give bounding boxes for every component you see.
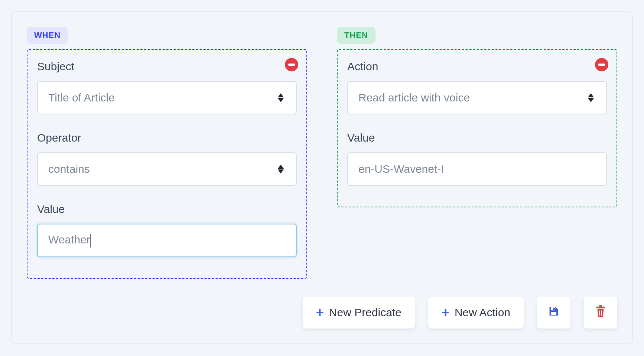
action-value-field: Value en-US-Wavenet-I [347, 132, 607, 186]
subject-select[interactable]: Title of Article [37, 81, 297, 114]
action-value-text: en-US-Wavenet-I [358, 163, 596, 175]
predicate-value-text: Weather [48, 233, 286, 247]
subject-field: Subject Title of Article [37, 60, 297, 114]
svg-marker-4 [278, 169, 284, 174]
action-bar: + New Predicate + New Action [27, 297, 617, 329]
when-box: Subject Title of Article Operator contai… [27, 49, 307, 279]
subject-label: Subject [37, 60, 297, 73]
svg-marker-1 [278, 93, 284, 97]
text-caret-icon [90, 234, 91, 247]
then-box: Action Read article with voice Value en-… [337, 49, 617, 207]
chevron-up-down-icon [276, 164, 286, 175]
save-button[interactable] [537, 297, 570, 329]
then-column: THEN Action Read article with voice [337, 27, 617, 207]
new-predicate-label: New Predicate [329, 306, 401, 319]
svg-rect-9 [553, 308, 555, 310]
operator-field: Operator contains [37, 132, 297, 186]
svg-marker-6 [588, 93, 594, 97]
svg-rect-10 [551, 312, 556, 315]
new-predicate-button[interactable]: + New Predicate [303, 297, 415, 329]
action-label: Action [347, 60, 607, 73]
svg-rect-12 [599, 305, 602, 307]
svg-marker-7 [588, 98, 594, 102]
svg-marker-2 [278, 98, 284, 102]
action-value-label: Value [347, 132, 607, 144]
then-tag: THEN [337, 27, 375, 44]
svg-rect-11 [596, 307, 605, 308]
new-action-button[interactable]: + New Action [428, 297, 524, 329]
when-tag: WHEN [27, 27, 68, 44]
value-field: Value Weather [37, 203, 297, 257]
operator-select-value: contains [48, 163, 276, 175]
predicate-value-input[interactable]: Weather [37, 224, 297, 257]
svg-rect-13 [599, 310, 600, 315]
save-icon [547, 305, 560, 320]
value-label: Value [37, 203, 297, 216]
svg-rect-5 [598, 64, 605, 66]
svg-rect-14 [601, 310, 602, 315]
operator-label: Operator [37, 132, 297, 144]
remove-predicate-button[interactable] [285, 58, 298, 71]
minus-icon [288, 64, 295, 66]
action-select-value: Read article with voice [358, 91, 586, 104]
action-value-input[interactable]: en-US-Wavenet-I [347, 152, 607, 186]
remove-action-button[interactable] [595, 58, 608, 71]
svg-rect-0 [288, 64, 295, 66]
new-action-label: New Action [455, 306, 510, 319]
minus-icon [598, 64, 605, 66]
action-select[interactable]: Read article with voice [347, 81, 607, 114]
delete-button[interactable] [584, 297, 617, 329]
when-column: WHEN Subject Title of Article [27, 27, 307, 279]
subject-select-value: Title of Article [48, 91, 276, 104]
chevron-up-down-icon [586, 92, 596, 103]
action-field: Action Read article with voice [347, 60, 607, 114]
chevron-up-down-icon [276, 92, 286, 103]
operator-select[interactable]: contains [37, 152, 297, 186]
trash-icon [595, 305, 606, 321]
svg-marker-3 [278, 165, 284, 169]
